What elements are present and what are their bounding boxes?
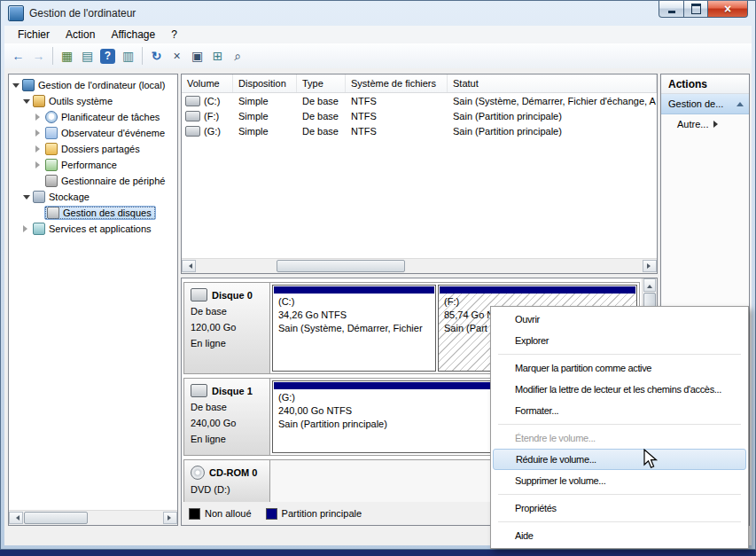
expander-collapsed-icon[interactable] <box>34 145 44 153</box>
scroll-right-icon[interactable] <box>163 512 177 524</box>
menu-fichier[interactable]: Fichier <box>10 27 58 43</box>
scroll-right-icon[interactable] <box>643 260 657 272</box>
expander-expanded-icon[interactable] <box>11 79 21 91</box>
tree-item-services-applications[interactable]: Services et applications <box>9 221 177 237</box>
actions-section-gestion[interactable]: Gestion de... <box>661 94 749 114</box>
refresh-icon[interactable]: ↻ <box>146 46 167 66</box>
volume-type: De base <box>297 126 346 137</box>
tree-item-observateur[interactable]: Observateur d'événeme <box>9 125 177 141</box>
back-icon[interactable]: ← <box>8 46 28 66</box>
properties-icon[interactable]: ▣ <box>187 46 207 66</box>
volume-row-f[interactable]: (F:) Simple De base NTFS Sain (Partition… <box>182 108 657 123</box>
tree-item-gestionnaire-peripheriques[interactable]: Gestionnaire de périphé <box>9 173 177 189</box>
volume-filesystem: NTFS <box>346 111 448 121</box>
actions-section-label: Gestion de... <box>668 98 737 109</box>
titlebar[interactable]: Gestion de l'ordinateur <box>1 1 755 26</box>
column-disposition[interactable]: Disposition <box>233 74 297 92</box>
tree-item-label: Services et applications <box>49 223 152 234</box>
close-button[interactable] <box>708 1 748 18</box>
forward-icon[interactable]: → <box>28 46 49 66</box>
maximize-icon <box>691 4 701 14</box>
menu-item-proprietes[interactable]: Propriétés <box>493 497 746 519</box>
menu-item-ouvrir[interactable]: Ouvrir <box>493 309 746 330</box>
partition-c[interactable]: (C:) 34,26 Go NTFS Sain (Système, Démarr… <box>272 285 436 372</box>
volume-list-horizontal-scrollbar[interactable] <box>182 258 657 273</box>
menu-item-marquer-active[interactable]: Marquer la partition comme active <box>493 357 746 379</box>
disk1-header[interactable]: Disque 1 De base 240,00 Go En ligne <box>184 379 270 455</box>
maximize-button[interactable] <box>684 1 708 18</box>
tree-item-label: Planificateur de tâches <box>61 112 160 122</box>
show-actions-pane-icon[interactable]: ▥ <box>118 46 138 66</box>
expander-collapsed-icon[interactable] <box>34 129 44 137</box>
disk-type: De base <box>191 401 269 413</box>
scrollbar-thumb[interactable] <box>277 260 405 272</box>
scroll-left-icon[interactable] <box>182 260 196 272</box>
tree-item-label: Dossiers partagés <box>61 144 140 154</box>
scroll-left-icon[interactable] <box>9 512 23 524</box>
disk-name: Disque 1 <box>212 386 253 396</box>
tree-item-dossiers-partages[interactable]: Dossiers partagés <box>9 141 177 157</box>
expander-collapsed-icon[interactable] <box>21 225 32 232</box>
toolbar-separator <box>142 47 143 65</box>
selected-tree-item: Gestion des disques <box>44 206 156 220</box>
volume-filesystem: NTFS <box>346 96 448 106</box>
volume-icon <box>185 126 200 137</box>
mouse-cursor-icon <box>643 449 659 470</box>
show-console-tree-icon[interactable]: ▦ <box>57 46 77 66</box>
scroll-up-icon[interactable] <box>643 278 656 292</box>
tree-item-gestion-ordinateur[interactable]: Gestion de l'ordinateur (local) <box>9 77 177 93</box>
disk0-header[interactable]: Disque 0 De base 120,00 Go En ligne <box>184 283 270 373</box>
tree-item-planificateur[interactable]: Planificateur de tâches <box>9 109 177 125</box>
menu-action[interactable]: Action <box>58 27 103 43</box>
menu-aide[interactable]: ? <box>163 27 185 43</box>
actions-more[interactable]: Autre... <box>661 114 749 134</box>
delete-icon[interactable]: × <box>167 46 187 66</box>
volume-icon <box>185 96 200 106</box>
menu-item-reduire-volume[interactable]: Réduire le volume... <box>493 449 746 470</box>
actions-title: Actions <box>661 74 749 94</box>
menu-separator <box>498 354 741 355</box>
minimize-button[interactable] <box>659 1 684 18</box>
volume-name: (C:) <box>204 96 220 106</box>
volume-name: (F:) <box>204 111 219 121</box>
menu-item-supprimer-volume[interactable]: Supprimer le volume... <box>493 470 746 491</box>
volume-row-g[interactable]: (G:) Simple De base NTFS Sain (Partition… <box>182 123 657 138</box>
column-filesystem[interactable]: Système de fichiers <box>346 74 448 92</box>
open-icon[interactable]: ⊞ <box>207 46 228 66</box>
export-list-icon[interactable]: ▤ <box>77 46 97 66</box>
menu-affichage[interactable]: Affichage <box>103 27 163 43</box>
tree-horizontal-scrollbar[interactable] <box>9 510 177 525</box>
tree-item-stockage[interactable]: Stockage <box>9 189 177 205</box>
tree-item-outils-systeme[interactable]: Outils système <box>9 93 177 109</box>
menu-item-explorer[interactable]: Explorer <box>493 330 746 351</box>
close-icon <box>724 2 731 16</box>
cdrom-header[interactable]: CD-ROM 0 DVD (D:) <box>184 460 270 503</box>
computer-management-icon <box>8 5 24 21</box>
expander-expanded-icon[interactable] <box>21 191 32 203</box>
expander-collapsed-icon[interactable] <box>34 161 44 168</box>
column-type[interactable]: Type <box>297 74 346 92</box>
find-icon[interactable]: ⌕ <box>228 46 248 66</box>
tree-item-label: Outils système <box>49 96 113 106</box>
tree-item-gestion-des-disques[interactable]: Gestion des disques <box>9 205 177 221</box>
disk-status: En ligne <box>191 433 269 445</box>
volume-row-c[interactable]: (C:) Simple De base NTFS Sain (Système, … <box>182 93 657 108</box>
menu-item-formater[interactable]: Formater... <box>493 400 746 421</box>
column-status[interactable]: Statut <box>448 74 657 92</box>
tree-item-performance[interactable]: Performance <box>9 157 177 173</box>
expander-expanded-icon[interactable] <box>21 95 32 107</box>
column-volume[interactable]: Volume <box>182 74 233 92</box>
system-tools-icon <box>33 95 45 107</box>
disk-icon <box>191 288 207 301</box>
scrollbar-thumb[interactable] <box>24 512 88 524</box>
volume-list-panel: Volume Disposition Type Système de fichi… <box>181 74 658 274</box>
menu-item-modifier-lettre[interactable]: Modifier la lettre de lecteur et les che… <box>493 379 746 400</box>
disk-size: 240,00 Go <box>191 417 269 429</box>
minimize-icon <box>668 11 675 13</box>
toolbar-separator <box>52 47 53 65</box>
menu-item-aide[interactable]: Aide <box>493 525 746 546</box>
expander-collapsed-icon[interactable] <box>34 114 44 121</box>
disk-size: 120,00 Go <box>191 321 269 333</box>
help-icon-wrap[interactable]: ? <box>97 46 118 66</box>
unallocated-swatch-icon <box>189 508 200 520</box>
